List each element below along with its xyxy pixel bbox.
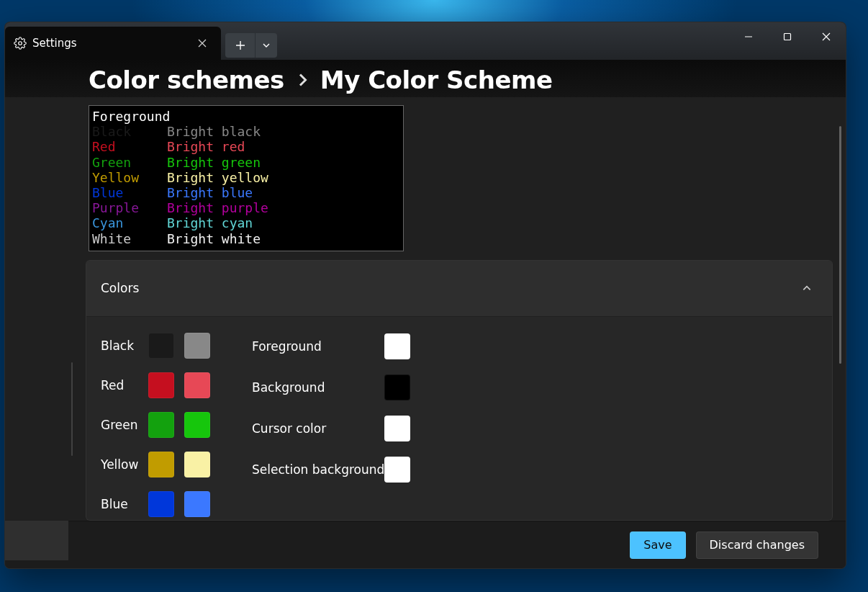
preview-color-name: Black: [92, 124, 167, 139]
color-row: Foreground: [252, 333, 410, 360]
content-area: Color schemes My Color Scheme Foreground…: [5, 60, 846, 568]
color-swatch-base[interactable]: [148, 372, 174, 398]
colors-expander-header[interactable]: Colors: [86, 261, 832, 317]
color-label: Cursor color: [252, 421, 374, 436]
color-label: Red: [101, 378, 138, 393]
app-window: Settings: [4, 22, 846, 569]
preview-color-name: White: [92, 231, 167, 246]
preview-bright-color-name: Bright cyan: [167, 215, 253, 230]
gear-icon: [14, 37, 27, 50]
color-swatch[interactable]: [384, 333, 410, 359]
preview-row: WhiteBright white: [92, 231, 399, 246]
preview-color-name: Cyan: [92, 215, 167, 230]
preview-bright-color-name: Bright red: [167, 139, 245, 154]
svg-rect-1: [785, 34, 791, 40]
breadcrumb-root[interactable]: Color schemes: [89, 66, 284, 95]
color-label: Green: [101, 418, 138, 432]
window-minimize-button[interactable]: [729, 22, 768, 51]
titlebar: Settings: [5, 22, 846, 60]
tab-close-button[interactable]: [192, 33, 212, 53]
preview-color-name: Purple: [92, 200, 167, 215]
preview-bright-color-name: Bright yellow: [167, 170, 268, 185]
color-swatch-base[interactable]: [148, 412, 174, 438]
preview-row: BlackBright black: [92, 124, 399, 139]
preview-foreground-label: Foreground: [92, 109, 399, 124]
color-row: Selection background: [252, 456, 410, 483]
colors-header-label: Colors: [101, 281, 139, 295]
preview-color-name: Green: [92, 155, 167, 170]
preview-row: YellowBright yellow: [92, 170, 399, 185]
preview-bright-color-name: Bright white: [167, 231, 261, 246]
color-swatch[interactable]: [384, 457, 410, 483]
color-swatch-bright[interactable]: [184, 333, 210, 359]
preview-bright-color-name: Bright black: [167, 124, 261, 139]
color-swatch-base[interactable]: [148, 333, 174, 359]
preview-color-name: Red: [92, 139, 167, 154]
scrollbar[interactable]: [839, 126, 841, 364]
window-maximize-button[interactable]: [768, 22, 807, 51]
preview-bright-color-name: Bright purple: [167, 200, 268, 215]
color-label: Background: [252, 380, 374, 395]
preview-row: BlueBright blue: [92, 185, 399, 200]
color-swatch-bright[interactable]: [184, 372, 210, 398]
svg-point-0: [19, 42, 22, 45]
breadcrumb-current: My Color Scheme: [320, 66, 553, 95]
preview-row: PurpleBright purple: [92, 200, 399, 215]
color-row: Yellow: [101, 452, 210, 477]
color-row: Green: [101, 412, 210, 438]
color-label: Foreground: [252, 339, 374, 354]
color-swatch-bright[interactable]: [184, 452, 210, 477]
color-swatch-base[interactable]: [148, 452, 174, 477]
new-tab-button[interactable]: [225, 33, 256, 58]
color-row: Background: [252, 374, 410, 401]
color-label: Selection background: [252, 462, 374, 477]
preview-row: GreenBright green: [92, 155, 399, 170]
tab-settings[interactable]: Settings: [5, 27, 221, 60]
colors-body: BlackRedGreenYellowBluePurpleForegroundB…: [86, 317, 832, 520]
scroll-indicator: [71, 362, 73, 456]
color-row: Black: [101, 333, 210, 359]
color-row: Cursor color: [252, 415, 410, 442]
color-swatch-bright[interactable]: [184, 491, 210, 517]
color-swatch-bright[interactable]: [184, 412, 210, 438]
new-tab-dropdown[interactable]: [256, 33, 277, 58]
save-button[interactable]: Save: [630, 532, 685, 559]
chevron-up-icon: [802, 283, 812, 293]
color-label: Yellow: [101, 457, 138, 472]
color-swatch[interactable]: [384, 375, 410, 400]
color-label: Blue: [101, 497, 138, 511]
preview-bright-color-name: Bright green: [167, 155, 261, 170]
breadcrumb: Color schemes My Color Scheme: [5, 60, 846, 105]
discard-button[interactable]: Discard changes: [696, 532, 818, 559]
preview-color-name: Blue: [92, 185, 167, 200]
color-row: Red: [101, 372, 210, 398]
color-swatch-base[interactable]: [148, 491, 174, 517]
preview-color-name: Yellow: [92, 170, 167, 185]
color-scheme-preview: ForegroundBlackBright blackRedBright red…: [89, 105, 404, 251]
tab-label: Settings: [32, 37, 186, 50]
color-row: Blue: [101, 491, 210, 517]
color-swatch[interactable]: [384, 416, 410, 441]
preview-row: CyanBright cyan: [92, 215, 399, 230]
colors-panel: Colors BlackRedGreenYellowBluePurpleFore…: [86, 260, 833, 521]
preview-bright-color-name: Bright blue: [167, 185, 253, 200]
window-close-button[interactable]: [807, 22, 846, 51]
chevron-right-icon: [296, 73, 309, 86]
footer: Save Discard changes: [5, 521, 846, 568]
preview-row: RedBright red: [92, 139, 399, 154]
color-label: Black: [101, 338, 138, 353]
